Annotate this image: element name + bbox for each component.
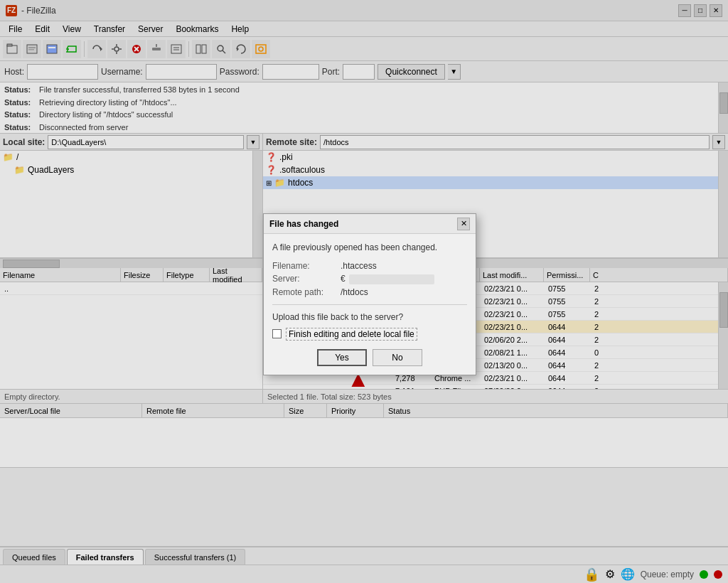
- dialog-yes-button[interactable]: Yes: [317, 349, 367, 366]
- server-value-blur: [349, 274, 434, 284]
- dialog-close-button[interactable]: ✕: [457, 218, 470, 230]
- dialog-no-button[interactable]: No: [373, 349, 422, 366]
- dialog-remotepath-label: Remote path:: [272, 287, 336, 297]
- dialog-title: File has changed: [269, 219, 338, 229]
- modal-overlay: File has changed ✕ A file previously ope…: [0, 0, 728, 583]
- dialog-divider: [272, 304, 467, 305]
- dialog-server-label: Server:: [272, 274, 336, 284]
- dialog-titlebar: File has changed ✕: [264, 214, 476, 234]
- dialog-checkbox-label: Finish editing and delete local file: [286, 328, 417, 341]
- dialog-filename-label: Filename:: [272, 261, 336, 271]
- dialog-description: A file previously opened has been change…: [272, 242, 467, 252]
- dialog-filename-row: Filename: .htaccess: [272, 261, 467, 271]
- dialog-remotepath-row: Remote path: /htdocs: [272, 287, 467, 297]
- dialog-server-value: €: [341, 274, 434, 284]
- dialog-checkbox[interactable]: [272, 329, 282, 338]
- file-changed-dialog: File has changed ✕ A file previously ope…: [263, 213, 476, 375]
- dialog-body: A file previously opened has been change…: [264, 234, 476, 375]
- dialog-checkbox-row: Finish editing and delete local file: [272, 328, 467, 341]
- dialog-filename-value: .htaccess: [341, 261, 377, 271]
- dialog-question: Upload this file back to the server?: [272, 312, 467, 322]
- dialog-server-row: Server: €: [272, 274, 467, 284]
- dialog-buttons: Yes No: [272, 349, 467, 366]
- dialog-remotepath-value: /htdocs: [341, 287, 368, 297]
